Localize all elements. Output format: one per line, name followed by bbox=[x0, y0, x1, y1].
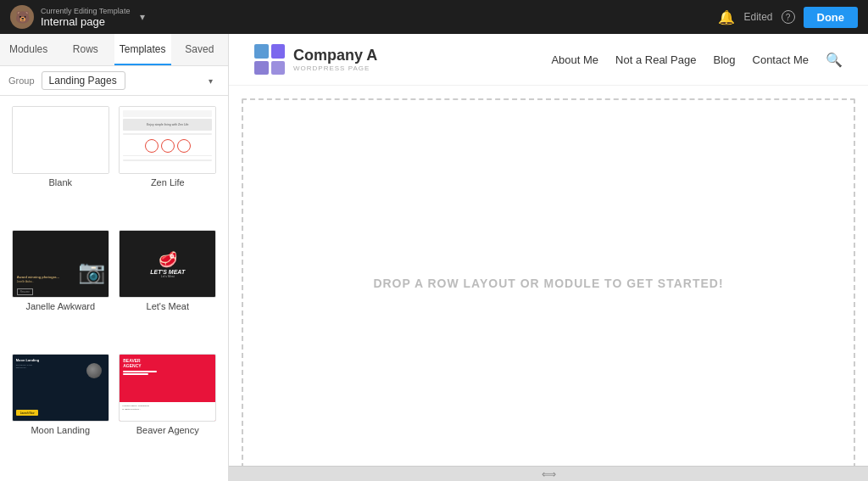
logo-grid bbox=[254, 44, 285, 75]
resize-handle[interactable]: ⟺ bbox=[229, 466, 868, 481]
template-thumb-zen-life: Enjoy simple living with Zen Life bbox=[119, 106, 216, 174]
tab-saved[interactable]: Saved bbox=[171, 34, 228, 65]
edited-label: Edited bbox=[743, 11, 772, 23]
done-button[interactable]: Done bbox=[804, 7, 859, 28]
template-thumb-beaver: BEAVERAGENCY Creative agency specializin… bbox=[119, 354, 216, 422]
topbar-right: 🔔 Edited ? Done bbox=[718, 7, 858, 28]
nav-link-not-real[interactable]: Not a Real Page bbox=[615, 53, 696, 66]
template-janelle-awkward[interactable]: Award winning photogra... Janelle Awkw..… bbox=[7, 227, 114, 350]
template-beaver-agency[interactable]: BEAVERAGENCY Creative agency specializin… bbox=[114, 350, 222, 474]
logo-cell-4 bbox=[271, 61, 286, 76]
sidebar: Modules Rows Templates Saved Group Landi… bbox=[0, 34, 229, 481]
template-thumb-blank bbox=[12, 106, 109, 174]
logo-company-name: Company A bbox=[293, 47, 377, 64]
drop-zone: DROP A ROW LAYOUT OR MODULE TO GET START… bbox=[242, 98, 855, 468]
logo-sub-text: WORDPRESS PAGE bbox=[293, 64, 377, 72]
template-thumb-letsmeat: 🥩 LET'S MEAT Let's Meat bbox=[119, 230, 216, 298]
template-lets-meat[interactable]: 🥩 LET'S MEAT Let's Meat Let's Meat bbox=[114, 227, 222, 350]
chevron-down-icon[interactable]: ▾ bbox=[140, 11, 145, 23]
template-zen-life[interactable]: Enjoy simple living with Zen Life Zen Li… bbox=[114, 103, 222, 227]
logo-cell-2 bbox=[271, 44, 286, 59]
template-thumb-moonlanding: Moon Landing For the sky is thelimit for… bbox=[12, 354, 109, 422]
group-label: Group bbox=[8, 76, 35, 86]
resize-arrow-icon: ⟺ bbox=[542, 468, 556, 480]
logo-text-block: Company A WORDPRESS PAGE bbox=[293, 47, 377, 72]
template-name-moonlanding: Moon Landing bbox=[31, 425, 90, 435]
group-select-wrapper: Landing Pages All Business Portfolio bbox=[42, 71, 220, 90]
group-select[interactable]: Landing Pages All Business Portfolio bbox=[42, 71, 125, 90]
page-preview: Company A WORDPRESS PAGE About Me Not a … bbox=[229, 34, 868, 481]
logo-cell-1 bbox=[254, 44, 269, 59]
currently-editing-label: Currently Editing Template bbox=[41, 7, 130, 15]
template-moon-landing[interactable]: Moon Landing For the sky is thelimit for… bbox=[7, 350, 114, 474]
search-icon[interactable]: 🔍 bbox=[826, 52, 843, 68]
content-area: Company A WORDPRESS PAGE About Me Not a … bbox=[229, 34, 868, 481]
help-icon[interactable]: ? bbox=[782, 10, 795, 24]
template-name-letsmeat: Let's Meat bbox=[147, 301, 189, 311]
main-layout: Modules Rows Templates Saved Group Landi… bbox=[0, 34, 868, 481]
drop-zone-text: DROP A ROW LAYOUT OR MODULE TO GET START… bbox=[373, 277, 723, 290]
template-thumb-janelle: Award winning photogra... Janelle Awkw..… bbox=[12, 230, 109, 298]
template-name-blank: Blank bbox=[48, 177, 72, 187]
group-selector-row: Group Landing Pages All Business Portfol… bbox=[0, 66, 228, 96]
avatar: 🐻 bbox=[10, 5, 34, 29]
template-name-beaver: Beaver Agency bbox=[136, 425, 199, 435]
template-name-zen-life: Zen Life bbox=[151, 177, 185, 187]
tab-templates[interactable]: Templates bbox=[114, 34, 171, 65]
template-blank[interactable]: Blank bbox=[7, 103, 114, 227]
tab-rows[interactable]: Rows bbox=[57, 34, 114, 65]
logo-cell-3 bbox=[254, 61, 269, 76]
logo-area: Company A WORDPRESS PAGE bbox=[254, 44, 377, 75]
sidebar-tabs: Modules Rows Templates Saved bbox=[0, 34, 228, 66]
topbar-left: 🐻 Currently Editing Template Internal pa… bbox=[10, 5, 145, 29]
bell-icon[interactable]: 🔔 bbox=[718, 9, 735, 25]
nav-link-about[interactable]: About Me bbox=[551, 53, 598, 66]
nav-link-contact[interactable]: Contact Me bbox=[753, 53, 809, 66]
tab-modules[interactable]: Modules bbox=[0, 34, 57, 65]
nav-link-blog[interactable]: Blog bbox=[713, 53, 735, 66]
template-name-janelle: Janelle Awkward bbox=[25, 301, 95, 311]
preview-nav-links: About Me Not a Real Page Blog Contact Me… bbox=[551, 52, 843, 68]
page-title: Internal page bbox=[41, 15, 130, 28]
preview-nav: Company A WORDPRESS PAGE About Me Not a … bbox=[229, 34, 868, 86]
template-grid: Blank Enjoy simple living with Zen Life bbox=[0, 96, 228, 481]
topbar-title-block: Currently Editing Template Internal page bbox=[41, 7, 130, 28]
top-bar: 🐻 Currently Editing Template Internal pa… bbox=[0, 0, 868, 34]
